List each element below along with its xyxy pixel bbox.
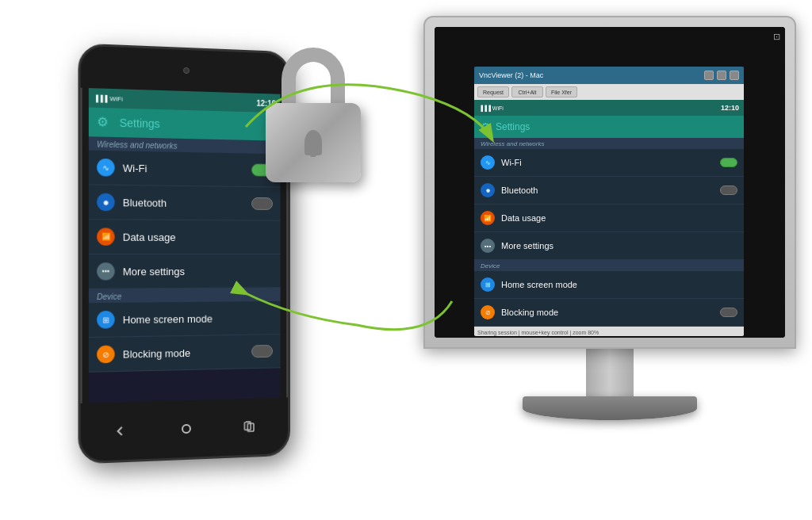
- padlock-visual: [258, 48, 369, 182]
- phone-wifi-label: Wi-Fi: [123, 162, 244, 176]
- monitor-more-label: More settings: [501, 241, 737, 250]
- monitor-blocking-label: Blocking mode: [501, 308, 714, 317]
- m-blocking-icon-glyph: ⊘: [485, 309, 491, 316]
- monitor-signal-icon: ▐▐▐ WiFi: [479, 105, 504, 111]
- m-data-icon-glyph: 📶: [484, 215, 492, 222]
- blocking-icon-glyph: ⊘: [102, 350, 109, 358]
- vnc-status-text: Sharing session | mouse+key control | zo…: [477, 330, 599, 335]
- vnc-toolbar: Request Ctrl+Alt File Xfer: [474, 84, 744, 100]
- phone-bottom-bar: [81, 397, 289, 461]
- data-icon-glyph: 📶: [102, 233, 110, 241]
- monitor-wifi-toggle[interactable]: [720, 158, 737, 167]
- monitor-bluetooth-label: Bluetooth: [501, 185, 714, 195]
- phone-home-btn[interactable]: [175, 418, 197, 441]
- wifi-icon-glyph: ∿: [102, 163, 109, 172]
- padlock-body: [266, 103, 361, 182]
- phone-more-icon: •••: [97, 262, 114, 280]
- monitor-gear-icon: ⚙: [481, 120, 491, 133]
- monitor-wifi-item[interactable]: ∿ Wi-Fi: [474, 149, 744, 177]
- monitor-settings-header: ⚙ Settings: [474, 116, 744, 138]
- monitor-stand: [423, 349, 796, 460]
- monitor-data-icon: 📶: [481, 211, 495, 225]
- svg-rect-0: [182, 425, 190, 433]
- more-icon-glyph: •••: [102, 267, 110, 275]
- monitor-screen: ⊡ VncViewer (2) - Mac Request: [435, 27, 785, 338]
- vnc-title: VncViewer (2) - Mac: [479, 71, 701, 79]
- phone-bluetooth-label: Bluetooth: [123, 197, 244, 210]
- phone-home-label: Home screen mode: [123, 312, 273, 325]
- m-home-icon-glyph: ⊞: [485, 281, 491, 289]
- vnc-minimize-btn[interactable]: [704, 71, 714, 80]
- monitor: ▲ ▼ ⊡ VncViewer (2) - Mac: [423, 16, 796, 460]
- phone-home-item[interactable]: ⊞ Home screen mode: [89, 301, 281, 338]
- monitor-settings-title: Settings: [496, 121, 530, 132]
- monitor-corner-icon: ⊡: [773, 32, 780, 42]
- vnc-window: VncViewer (2) - Mac Request Ctrl+Alt Fil…: [474, 67, 744, 336]
- bluetooth-icon-glyph: ⎈: [103, 197, 108, 206]
- vnc-toolbar-ctrl[interactable]: Ctrl+Alt: [511, 86, 543, 98]
- monitor-bluetooth-icon: ⎈: [481, 183, 495, 197]
- phone-camera: [183, 67, 190, 74]
- phone-blocking-icon: ⊘: [97, 346, 114, 364]
- monitor-data-label: Data usage: [501, 213, 737, 223]
- monitor-home-item[interactable]: ⊞ Home screen mode: [474, 271, 744, 299]
- monitor-neck: [586, 349, 634, 396]
- phone-more-item[interactable]: ••• More settings: [89, 254, 281, 289]
- padlock: [242, 48, 385, 254]
- phone-bluetooth-icon: ⎈: [97, 193, 114, 212]
- settings-gear-icon: ⚙: [97, 114, 113, 131]
- phone-wifi-status-icon: WiFi: [110, 95, 123, 103]
- m-more-icon-glyph: •••: [485, 243, 491, 250]
- phone-wifi-icon: ∿: [97, 159, 114, 177]
- vnc-toolbar-file[interactable]: File Xfer: [546, 86, 577, 98]
- monitor-bluetooth-item[interactable]: ⎈ Bluetooth: [474, 177, 744, 205]
- monitor-android-screen: ▐▐▐ WiFi 12:10 ⚙ Settings Wireless and n…: [474, 100, 744, 336]
- phone-data-icon: 📶: [97, 228, 114, 245]
- monitor-more-item[interactable]: ••• More settings: [474, 232, 744, 260]
- monitor-wifi-label: Wi-Fi: [501, 158, 714, 167]
- phone-blocking-item[interactable]: ⊘ Blocking mode: [89, 335, 281, 373]
- monitor-home-label: Home screen mode: [501, 280, 737, 289]
- monitor-clock: 12:10: [721, 104, 739, 112]
- phone-blocking-toggle[interactable]: [251, 345, 273, 358]
- monitor-base: [523, 396, 697, 420]
- vnc-close-btn[interactable]: [730, 71, 739, 80]
- vnc-statusbar: Sharing session | mouse+key control | zo…: [474, 327, 744, 336]
- monitor-status-bar: ▐▐▐ WiFi 12:10: [474, 100, 744, 116]
- m-wifi-icon-glyph: ∿: [485, 159, 491, 166]
- monitor-blocking-item[interactable]: ⊘ Blocking mode: [474, 299, 744, 327]
- phone-home-icon: ⊞: [97, 311, 114, 329]
- phone-blocking-label: Blocking mode: [123, 346, 244, 360]
- monitor-bezel: ▲ ▼ ⊡ VncViewer (2) - Mac: [423, 16, 796, 349]
- phone-status-left: ▐▐▐ WiFi: [94, 94, 123, 102]
- monitor-more-icon: •••: [481, 239, 495, 253]
- monitor-home-icon: ⊞: [481, 277, 495, 292]
- m-bt-icon-glyph: ⎈: [486, 187, 490, 194]
- phone-recents-btn[interactable]: [239, 415, 260, 438]
- padlock-keyhole: [304, 130, 322, 155]
- vnc-titlebar: VncViewer (2) - Mac: [474, 67, 744, 84]
- main-scene: ▐▐▐ WiFi 12:10 ⚙ Settings Wireless and n…: [0, 0, 812, 520]
- phone-back-btn[interactable]: [110, 419, 132, 442]
- phone-more-label: More settings: [123, 265, 273, 277]
- phone-settings-title: Settings: [120, 117, 160, 130]
- monitor-bluetooth-toggle[interactable]: [720, 185, 737, 195]
- phone-signal-icon: ▐▐▐: [94, 94, 107, 102]
- monitor-blocking-toggle[interactable]: [720, 308, 737, 317]
- vnc-toolbar-request[interactable]: Request: [477, 86, 509, 98]
- monitor-section-wireless: Wireless and networks: [474, 138, 744, 149]
- vnc-maximize-btn[interactable]: [717, 71, 726, 80]
- monitor-blocking-icon: ⊘: [481, 305, 495, 319]
- padlock-shackle: [282, 48, 345, 103]
- monitor-wifi-icon: ∿: [481, 155, 495, 170]
- monitor-section-device: Device: [474, 260, 744, 271]
- home-icon-glyph: ⊞: [102, 315, 109, 324]
- monitor-data-item[interactable]: 📶 Data usage: [474, 205, 744, 232]
